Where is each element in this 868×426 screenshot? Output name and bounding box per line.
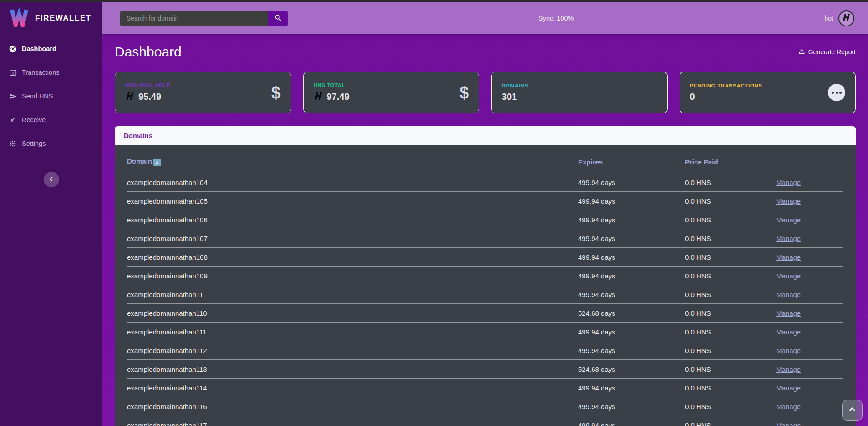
card-label: HNS AVAILABLE xyxy=(125,82,170,88)
tachometer-icon xyxy=(9,45,17,53)
domains-panel-title: Domains xyxy=(115,126,856,145)
table-row: exampledomainnathan116 499.94 days 0.0 H… xyxy=(127,397,843,416)
domain-price-paid: 0.0 HNS xyxy=(685,291,776,298)
page-title: Dashboard xyxy=(115,44,182,60)
domain-price-paid: 0.0 HNS xyxy=(685,309,776,317)
manage-link[interactable]: Manage xyxy=(776,421,843,426)
search-button[interactable] xyxy=(268,11,288,26)
domain-expires: 499.94 days xyxy=(578,328,685,336)
table-row: exampledomainnathan104 499.94 days 0.0 H… xyxy=(127,173,843,192)
sidebar-item-label: Settings xyxy=(22,140,46,147)
domain-price-paid: 0.0 HNS xyxy=(685,365,776,373)
sidebar-item-send-hns[interactable]: Send HNS xyxy=(0,84,102,108)
domain-expires: 499.94 days xyxy=(578,216,685,224)
domain-name: exampledomainnathan111 xyxy=(127,328,578,336)
card-hns-available: HNS AVAILABLE 95.49 $ xyxy=(115,72,291,113)
sidebar-item-transactions[interactable]: Transactions xyxy=(0,61,102,84)
download-icon xyxy=(798,48,805,56)
arrow-down-left-icon xyxy=(9,116,17,124)
column-header-domain[interactable]: Domain xyxy=(127,157,152,165)
manage-link[interactable]: Manage xyxy=(776,179,843,186)
domain-expires: 499.94 days xyxy=(578,179,685,186)
domain-price-paid: 0.0 HNS xyxy=(685,421,776,426)
manage-link[interactable]: Manage xyxy=(776,197,843,205)
sidebar-item-settings[interactable]: Settings xyxy=(0,132,102,155)
table-row: exampledomainnathan105 499.94 days 0.0 H… xyxy=(127,192,843,210)
table-row: exampledomainnathan11 499.94 days 0.0 HN… xyxy=(127,285,843,304)
domain-name: exampledomainnathan107 xyxy=(127,235,578,242)
brand-name: FIREWALLET xyxy=(35,14,91,23)
firewallet-logo-icon xyxy=(9,7,29,29)
gear-icon xyxy=(9,139,17,148)
table-row: exampledomainnathan107 499.94 days 0.0 H… xyxy=(127,229,843,248)
card-domains: DOMAINS 301 xyxy=(491,72,668,113)
domain-expires: 499.94 days xyxy=(578,253,685,261)
scroll-to-top-button[interactable] xyxy=(842,400,863,421)
wallet-name: hot xyxy=(825,15,833,22)
wallet-avatar[interactable] xyxy=(838,10,854,26)
sidebar-item-label: Dashboard xyxy=(22,45,56,52)
generate-report-label: Generate Report xyxy=(808,48,856,56)
domain-expires: 499.94 days xyxy=(578,197,685,205)
table-row: exampledomainnathan113 524.68 days 0.0 H… xyxy=(127,360,843,379)
manage-link[interactable]: Manage xyxy=(776,235,843,242)
column-header-expires[interactable]: Expires xyxy=(578,158,685,166)
search-icon xyxy=(274,14,282,23)
generate-report-button[interactable]: Generate Report xyxy=(798,48,856,56)
domain-price-paid: 0.0 HNS xyxy=(685,272,776,280)
domain-name: exampledomainnathan112 xyxy=(127,347,578,354)
sidebar-collapse-button[interactable] xyxy=(44,172,59,187)
manage-link[interactable]: Manage xyxy=(776,216,843,224)
manage-link[interactable]: Manage xyxy=(776,384,843,392)
manage-link[interactable]: Manage xyxy=(776,253,843,261)
card-pending-transactions: PENDING TRANSACTIONS 0 xyxy=(680,72,856,113)
table-row: exampledomainnathan117 499.94 days 0.0 H… xyxy=(127,416,843,426)
table-row: exampledomainnathan114 499.94 days 0.0 H… xyxy=(127,379,843,397)
ellipsis-icon[interactable] xyxy=(828,84,845,101)
domain-expires: 499.94 days xyxy=(578,403,685,411)
domain-expires: 499.94 days xyxy=(578,347,685,354)
manage-link[interactable]: Manage xyxy=(776,328,843,336)
domain-name: exampledomainnathan105 xyxy=(127,197,578,205)
manage-link[interactable]: Manage xyxy=(776,309,843,317)
domain-price-paid: 0.0 HNS xyxy=(685,253,776,261)
domain-expires: 499.94 days xyxy=(578,235,685,242)
sidebar-item-receive[interactable]: Receive xyxy=(0,108,102,132)
sidebar-item-dashboard[interactable]: Dashboard xyxy=(0,37,102,61)
domains-table-body: exampledomainnathan104 499.94 days 0.0 H… xyxy=(127,173,843,426)
manage-link[interactable]: Manage xyxy=(776,365,843,373)
domain-name: exampledomainnathan11 xyxy=(127,291,578,298)
domain-name: exampledomainnathan110 xyxy=(127,309,578,317)
domain-expires: 524.68 days xyxy=(578,365,685,373)
domain-price-paid: 0.0 HNS xyxy=(685,216,776,224)
domain-name: exampledomainnathan106 xyxy=(127,216,578,224)
manage-link[interactable]: Manage xyxy=(776,347,843,354)
manage-link[interactable]: Manage xyxy=(776,291,843,298)
table-row: exampledomainnathan111 499.94 days 0.0 H… xyxy=(127,323,843,341)
card-label: PENDING TRANSACTIONS xyxy=(690,83,762,88)
sidebar: FIREWALLET Dashboard xyxy=(0,2,102,426)
domain-price-paid: 0.0 HNS xyxy=(685,347,776,354)
domain-price-paid: 0.0 HNS xyxy=(685,235,776,242)
card-label: DOMAINS xyxy=(502,83,528,88)
domain-name: exampledomainnathan108 xyxy=(127,253,578,261)
domain-price-paid: 0.0 HNS xyxy=(685,328,776,336)
card-value: 95.49 xyxy=(138,92,161,102)
domain-price-paid: 0.0 HNS xyxy=(685,384,776,392)
domain-expires: 499.94 days xyxy=(578,291,685,298)
dollar-icon: $ xyxy=(459,84,469,101)
card-value: 97.49 xyxy=(327,92,350,102)
search-input[interactable] xyxy=(120,11,268,26)
domain-name: exampledomainnathan114 xyxy=(127,384,578,392)
brand[interactable]: FIREWALLET xyxy=(0,2,102,34)
manage-link[interactable]: Manage xyxy=(776,272,843,280)
manage-link[interactable]: Manage xyxy=(776,403,843,411)
chevron-up-icon xyxy=(848,405,856,415)
sort-descending-icon xyxy=(153,159,161,166)
column-header-price-paid[interactable]: Price Paid xyxy=(685,158,776,166)
domain-expires: 499.94 days xyxy=(578,272,685,280)
domain-name: exampledomainnathan116 xyxy=(127,403,578,411)
table-row: exampledomainnathan108 499.94 days 0.0 H… xyxy=(127,248,843,267)
card-label: HNS TOTAL xyxy=(314,82,350,88)
hns-logo-icon xyxy=(125,91,135,103)
